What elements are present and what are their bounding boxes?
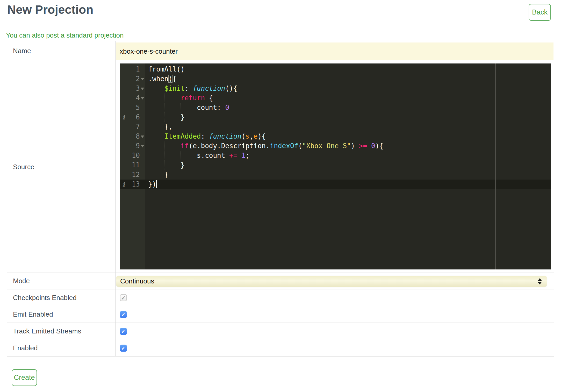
- enabled-checkbox[interactable]: ✓: [120, 345, 127, 352]
- code-line[interactable]: fromAll(): [148, 65, 551, 74]
- code-token: 1: [241, 152, 246, 159]
- code-token: +=: [229, 152, 237, 159]
- code-token: }: [148, 171, 168, 179]
- gutter-line: 8: [120, 132, 145, 141]
- code-line[interactable]: .when({: [148, 74, 551, 84]
- line-number: 8: [136, 132, 140, 140]
- code-token: (){: [225, 84, 237, 92]
- checkpoints-checkbox: ✓: [120, 294, 127, 301]
- code-token: (: [298, 142, 302, 150]
- track-checkbox[interactable]: ✓: [120, 328, 127, 335]
- code-token: :: [185, 84, 193, 92]
- fold-icon[interactable]: [141, 97, 144, 99]
- code-token: fromAll(): [148, 65, 185, 73]
- code-token: (: [241, 132, 246, 140]
- gutter-line: 4: [120, 93, 145, 103]
- checkpoints-value-cell: ✓: [116, 289, 554, 306]
- code-token: function: [209, 132, 241, 140]
- code-token: :: [201, 132, 209, 140]
- code-token: .when: [148, 75, 168, 83]
- gutter-line: 1: [120, 65, 145, 74]
- code-token: [237, 152, 241, 159]
- code-token: e: [254, 132, 258, 140]
- gutter-line: 10: [120, 151, 145, 160]
- code-line[interactable]: ItemAdded: function(s,e){: [148, 132, 551, 141]
- code-token: [367, 142, 371, 150]
- gutter-line: 12: [120, 170, 145, 180]
- code-token: (: [168, 75, 172, 83]
- gutter-line: 11: [120, 160, 145, 170]
- track-value-cell: ✓: [116, 323, 554, 340]
- code-line[interactable]: count: 0: [148, 103, 551, 112]
- code-token: ): [351, 142, 359, 150]
- name-input[interactable]: xbox-one-s-counter: [116, 42, 553, 60]
- editor-gutter: 12345i6789101112i13: [120, 63, 145, 269]
- code-line[interactable]: $init: function(){: [148, 84, 551, 93]
- source-value-cell: 12345i6789101112i13 fromAll().when({ $in…: [116, 61, 554, 273]
- code-token: count:: [148, 104, 225, 111]
- code-token: (e.body.Description.: [189, 142, 270, 150]
- line-number: 2: [136, 75, 140, 83]
- standard-projection-link[interactable]: You can also post a standard projection: [6, 31, 124, 39]
- code-token: [148, 132, 164, 140]
- gutter-line: 2: [120, 74, 145, 84]
- code-token: [148, 142, 181, 150]
- source-label: Source: [7, 61, 116, 273]
- mode-row: Mode Continuous: [7, 273, 554, 289]
- create-button[interactable]: Create: [12, 369, 37, 386]
- emit-checkbox[interactable]: ✓: [120, 311, 127, 318]
- code-token: ;: [246, 152, 250, 159]
- track-row: Track Emitted Streams ✓: [7, 323, 554, 340]
- fold-icon[interactable]: [141, 136, 144, 138]
- code-token: },: [148, 123, 172, 131]
- mode-value-cell: Continuous: [116, 273, 554, 289]
- emit-value-cell: ✓: [116, 306, 554, 323]
- code-token: s: [246, 132, 250, 140]
- back-button[interactable]: Back: [529, 4, 551, 21]
- gutter-line: 9: [120, 141, 145, 151]
- code-line[interactable]: if(e.body.Description.indexOf("Xbox One …: [148, 141, 551, 151]
- editor-code[interactable]: fromAll().when({ $init: function(){ retu…: [145, 63, 551, 269]
- fold-icon[interactable]: [141, 88, 144, 90]
- code-token: {: [205, 94, 213, 102]
- code-line[interactable]: }: [148, 170, 551, 180]
- code-line[interactable]: }): [145, 180, 551, 189]
- line-number: 10: [132, 152, 140, 159]
- emit-label: Emit Enabled: [7, 306, 116, 323]
- enabled-row: Enabled ✓: [7, 340, 554, 356]
- code-line[interactable]: return {: [148, 93, 551, 103]
- code-token: ItemAdded: [164, 132, 201, 140]
- enabled-label: Enabled: [7, 340, 116, 356]
- code-token: >=: [359, 142, 367, 150]
- mode-label: Mode: [7, 273, 116, 289]
- code-token: ){: [375, 142, 383, 150]
- code-token: "Xbox One S": [302, 142, 351, 150]
- gutter-line: i6: [120, 112, 145, 122]
- line-number: 3: [136, 84, 140, 92]
- code-token: {: [172, 75, 177, 83]
- source-editor[interactable]: 12345i6789101112i13 fromAll().when({ $in…: [120, 63, 551, 269]
- code-token: [148, 84, 164, 92]
- code-token: [148, 94, 181, 102]
- code-token: return: [181, 94, 205, 102]
- line-number: 7: [136, 123, 140, 131]
- code-token: 0: [225, 104, 229, 111]
- code-token: function: [193, 84, 225, 92]
- mode-select[interactable]: Continuous: [116, 276, 547, 287]
- fold-icon[interactable]: [141, 78, 144, 80]
- line-number: 9: [136, 142, 140, 150]
- code-line[interactable]: s.count += 1;: [148, 151, 551, 160]
- code-token: if: [181, 142, 189, 150]
- code-line[interactable]: }: [148, 160, 551, 170]
- code-line[interactable]: }: [148, 112, 551, 122]
- checkpoints-label: Checkpoints Enabled: [7, 289, 116, 306]
- fold-icon[interactable]: [141, 145, 144, 147]
- code-line[interactable]: },: [148, 122, 551, 132]
- gutter-line: 7: [120, 122, 145, 132]
- name-value-cell: xbox-one-s-counter: [116, 41, 554, 61]
- line-number: 12: [132, 171, 140, 179]
- line-number: 4: [136, 94, 140, 102]
- line-number: 1: [136, 65, 140, 73]
- code-token: ){: [258, 132, 266, 140]
- code-token: }: [148, 161, 185, 169]
